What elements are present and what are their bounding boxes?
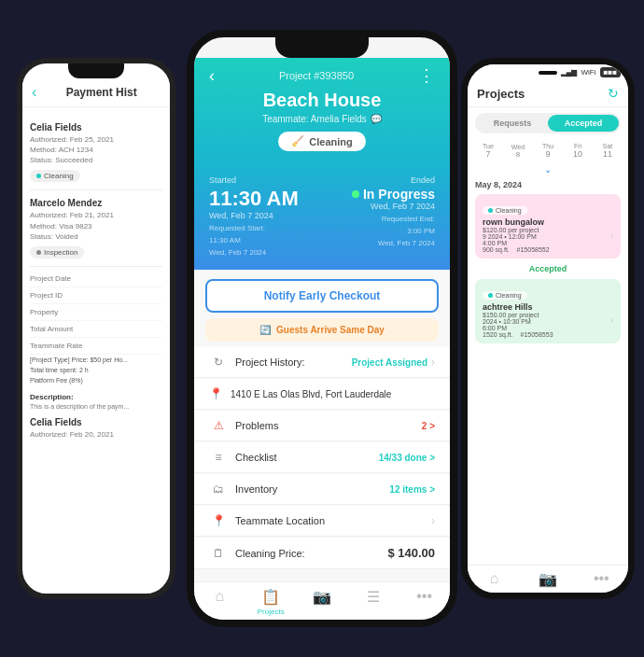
pin-icon: 📍 (209, 387, 223, 400)
tab-requests[interactable]: Requests (477, 115, 548, 132)
camera-icon: 📷 (313, 588, 331, 606)
footer-name: Celia Fields (30, 417, 162, 427)
left-back-icon[interactable]: ‹ (32, 84, 36, 101)
req-end-label: Requested End: (322, 215, 435, 223)
description-label: Description: (30, 389, 162, 403)
payment-status: Status: Succeeded (30, 155, 162, 165)
status-dot (352, 190, 359, 198)
center-notch (275, 37, 369, 58)
info-row-project-id: Project ID (30, 287, 162, 304)
left-phone: ‹ Payment Hist Celia Fields Authorized: … (17, 58, 175, 599)
card-2-row: achtree Hills $150.00 per project 2024 •… (483, 302, 613, 338)
checklist-icon: ≡ (209, 451, 228, 464)
projects-icon: 📋 (261, 588, 280, 606)
right-status-bar: ▂▄▆ WiFi ■■■ (468, 64, 628, 80)
right-nav-camera[interactable]: 📷 (521, 570, 574, 588)
status-badge: In Progress (322, 187, 435, 202)
project-history-row[interactable]: ↻ Project History: Project Assigned › (194, 347, 450, 378)
nav-home[interactable]: ⌂ (194, 588, 245, 616)
badge-dot-2 (36, 250, 41, 255)
right-title: Projects (477, 87, 525, 101)
info-row-total: Total Amount (30, 321, 162, 338)
center-header: ‹ Project #393850 ⋮ Beach House Teammate… (194, 58, 450, 166)
problems-value: 2 > (422, 421, 435, 431)
more-icon: ••• (416, 588, 432, 605)
nav-more[interactable]: ••• (399, 588, 450, 616)
right-tabs: Requests Accepted (475, 113, 621, 133)
card-1-content: Cleaning rown bungalow $120.00 per proje… (483, 200, 613, 253)
calendar-row: Tue 7 Wed 8 Thu 9 Fri 10 Sat 11 (468, 139, 628, 162)
card-2-date: 2024 • 10:30 PM (483, 318, 553, 325)
right-nav-home[interactable]: ⌂ (468, 570, 521, 588)
cleaning-badge-label: Cleaning (309, 136, 352, 147)
right-card-cleaning-2[interactable]: Cleaning achtree Hills $150.00 per proje… (475, 279, 621, 343)
card-2-end: 6:00 PM (483, 325, 553, 331)
right-nav-more[interactable]: ••• (575, 570, 628, 588)
chat-icon[interactable]: 💬 (371, 114, 382, 124)
tab-accepted[interactable]: Accepted (548, 115, 619, 132)
teammate-location-row[interactable]: 📍 Teammate Location › (194, 506, 450, 537)
payment-status-2: Status: Voided (30, 231, 162, 242)
right-header: Projects ↻ (468, 80, 628, 107)
date-label: May 8, 2024 (468, 176, 628, 191)
right-refresh-icon[interactable]: ↻ (608, 86, 619, 101)
guests-banner: 🔄 Guests Arrive Same Day (205, 318, 439, 342)
checklist-row[interactable]: ≡ Checklist 14/33 done > (194, 442, 450, 473)
history-label: Project History: (235, 356, 352, 368)
cleaning-badge-icon: 🧹 (291, 135, 304, 147)
right-pill (539, 71, 557, 75)
price-label: Cleaning Price: (235, 548, 387, 559)
price-icon: 🗒 (209, 547, 228, 560)
left-title: Payment Hist (42, 86, 161, 99)
payment-authorized-2: Authorized: Feb 21, 2021 (30, 210, 162, 220)
left-notch (68, 63, 124, 78)
card-1-date: 9 2024 • 12:00 PM (483, 233, 550, 240)
description-text: This is a description of the paym... (30, 403, 162, 410)
right-card-cleaning-1[interactable]: Cleaning rown bungalow $120.00 per proje… (475, 194, 621, 259)
chevron-right-icon: › (431, 356, 435, 369)
problems-row[interactable]: ⚠ Problems 2 > (194, 411, 450, 441)
req-start: 11:30 AM (209, 236, 322, 245)
guests-text: Guests Arrive Same Day (276, 325, 385, 335)
card-1-badge: Cleaning (483, 206, 527, 215)
left-header: ‹ Payment Hist (22, 78, 170, 107)
card-1-row: rown bungalow $120.00 per project 9 2024… (483, 217, 613, 253)
card-2-meta: 1520 sq.ft. #15058553 (483, 331, 553, 338)
rb-dot (488, 208, 493, 213)
nav-row: ‹ Project #393850 ⋮ (209, 65, 435, 86)
inspection-badge: Inspection (30, 246, 84, 259)
nav-projects[interactable]: 📋 Projects (245, 588, 297, 616)
payment-method: Method: ACH 1234 (30, 145, 162, 155)
req-end: 3:00 PM (322, 227, 435, 235)
bottom-nav: ⌂ 📋 Projects 📷 ☰ ••• (194, 581, 450, 620)
cal-day-tue: Tue 7 (475, 143, 501, 159)
end-date: Wed, Feb 7 2024 (322, 202, 435, 211)
center-back-icon[interactable]: ‹ (209, 66, 215, 86)
menu-icon: ☰ (367, 588, 380, 606)
time-detail: Total time spent: 2 h (30, 365, 162, 375)
payment-item: Celia Fields Authorized: Feb 25, 2021 Me… (30, 115, 162, 191)
home-icon: ⌂ (216, 588, 225, 605)
notify-early-checkout-button[interactable]: Notify Early Checkout (205, 279, 439, 313)
location-icon: 📍 (209, 514, 228, 527)
cal-day-wed: Wed 8 (505, 144, 531, 159)
inventory-label: Inventory (235, 483, 389, 495)
card-1-meta: 900 sq.ft. #15058552 (483, 246, 550, 253)
battery-icon: ■■■ (600, 67, 622, 77)
cleaning-badge-wrapper: 🧹 Cleaning (209, 124, 435, 151)
time-section: Started 11:30 AM Wed, Feb 7 2024 Request… (194, 166, 450, 270)
platform-fee: Platform Fee (8%) (30, 375, 162, 385)
footer-date: Authorized: Feb 20, 2021 (30, 429, 162, 440)
card-2-badge: Cleaning (483, 291, 527, 300)
inventory-row[interactable]: 🗂 Inventory 12 items > (194, 474, 450, 505)
card-2-chevron: › (610, 315, 613, 326)
problems-label: Problems (235, 420, 422, 431)
nav-camera[interactable]: 📷 (297, 588, 348, 616)
rb-dot-2 (488, 293, 493, 298)
center-project-number: Project #393850 (279, 70, 354, 81)
footer-payment: Celia Fields Authorized: Feb 20, 2021 (30, 417, 162, 440)
info-row-rate: Teammate Rate (30, 338, 162, 355)
card-1-price: $120.00 per project (483, 227, 550, 233)
nav-menu[interactable]: ☰ (347, 588, 399, 616)
center-more-icon[interactable]: ⋮ (418, 65, 435, 86)
